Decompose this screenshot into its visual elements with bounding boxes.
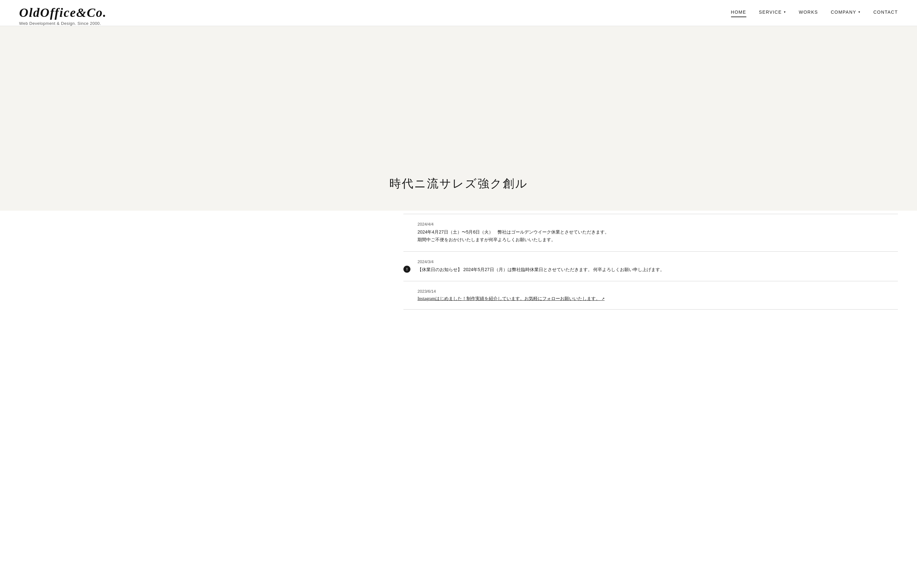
nav-works[interactable]: WORKS xyxy=(799,10,818,16)
nav-service[interactable]: SERVICE ▾ xyxy=(759,10,786,16)
news-item-2: ! 2024/3/4 【休業日のお知らせ】 2024年5月27日（月）は弊社臨時… xyxy=(403,251,898,281)
news-content-1: 2024/4/4 2024年4月27日（土）〜5月6日（火） 弊社はゴールデンウ… xyxy=(417,222,898,244)
news-body-2: 【休業日のお知らせ】 2024年5月27日（月）は弊社臨時休業日とさせていただき… xyxy=(417,266,898,274)
logo-title[interactable]: OldOffice&Co. xyxy=(19,6,107,20)
news-icon-col-2: ! xyxy=(403,259,412,273)
page-layout: 2024/4/4 2024年4月27日（土）〜5月6日（火） 弊社はゴールデンウ… xyxy=(0,211,917,338)
news-icon-col-3 xyxy=(403,289,412,295)
news-content-2: 2024/3/4 【休業日のお知らせ】 2024年5月27日（月）は弊社臨時休業… xyxy=(417,259,898,274)
logo-area: OldOffice&Co. Web Development & Design. … xyxy=(19,6,107,26)
news-content-3: 2023/6/14 Instagramはじめました！制作実績を紹介しています。お… xyxy=(417,289,898,302)
nav-home[interactable]: HOME xyxy=(731,10,746,16)
logo-subtitle: Web Development & Design. Since 2000. xyxy=(19,21,107,26)
site-header: OldOffice&Co. Web Development & Design. … xyxy=(0,0,917,26)
main-nav: HOME SERVICE ▾ WORKS COMPANY ▾ CONTACT xyxy=(731,10,898,22)
page-left xyxy=(0,211,403,338)
company-chevron-icon: ▾ xyxy=(859,10,860,14)
news-date-1: 2024/4/4 xyxy=(417,222,898,226)
news-item-3: 2023/6/14 Instagramはじめました！制作実績を紹介しています。お… xyxy=(403,281,898,310)
nav-company[interactable]: COMPANY ▾ xyxy=(831,10,860,16)
nav-contact[interactable]: CONTACT xyxy=(873,10,898,16)
news-date-3: 2023/6/14 xyxy=(417,289,898,294)
news-section: 2024/4/4 2024年4月27日（土）〜5月6日（火） 弊社はゴールデンウ… xyxy=(403,211,917,338)
news-icon-col-1 xyxy=(403,222,412,228)
instagram-link[interactable]: Instagramはじめました！制作実績を紹介しています。お気軽にフォローお願い… xyxy=(417,296,604,301)
news-date-2: 2024/3/4 xyxy=(417,259,898,264)
alert-icon: ! xyxy=(403,266,410,273)
news-item-1: 2024/4/4 2024年4月27日（土）〜5月6日（火） 弊社はゴールデンウ… xyxy=(403,214,898,251)
service-chevron-icon: ▾ xyxy=(784,10,786,14)
news-body-1: 2024年4月27日（土）〜5月6日（火） 弊社はゴールデンウイーク休業とさせて… xyxy=(417,228,898,244)
hero-tagline: 時代ニ流サレズ強ク創ル xyxy=(389,176,528,192)
hero-section: 時代ニ流サレズ強ク創ル xyxy=(0,26,917,211)
